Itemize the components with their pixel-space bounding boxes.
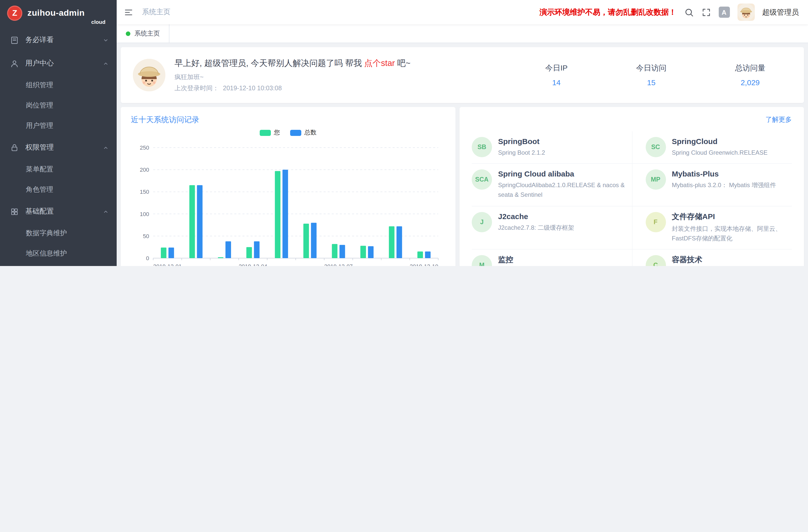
feature-title: Mybatis-Plus [672,169,776,178]
last-login-time: 2019-12-10 10:03:08 [223,85,282,92]
greeting-signature: 疯狂加班~ [175,73,410,81]
greeting-text: 早上好, 超级管理员, 今天帮别人解决问题了吗 帮我 点个star 吧~ 疯狂加… [175,58,410,93]
legend-swatch [260,130,271,136]
bar[interactable] [311,223,316,258]
bar[interactable] [282,170,288,258]
logo-icon: Z [7,5,22,21]
current-user-name[interactable]: 超级管理员 [762,7,799,17]
bar[interactable] [218,257,223,258]
sidebar-subitem[interactable]: 角色管理 [0,180,117,200]
collapse-menu-icon[interactable] [124,7,133,17]
stat-value: 14 [545,78,568,87]
bar[interactable] [339,245,345,258]
svg-text:150: 150 [140,189,149,195]
bar[interactable] [361,246,366,258]
feature-title: J2cache [498,212,574,220]
feature-desc: J2cache2.7.8: 二级缓存框架 [498,223,574,233]
svg-text:2019-12-10: 2019-12-10 [410,263,439,266]
legend-item[interactable]: 您 [260,128,280,137]
last-login: 上次登录时间：2019-12-10 10:03:08 [175,84,410,93]
sidebar-subitem[interactable]: 菜单配置 [0,159,117,180]
sidebar: Z zuihou-admin cloud 务必详看用户中心组织管理岗位管理用户管… [0,0,117,266]
sidebar-item[interactable]: 务必详看 [0,29,117,52]
chevron-down-icon [103,37,109,43]
breadcrumb[interactable]: 系统主页 [142,7,170,17]
visits-bar-chart[interactable]: 0501001502002502019-12-012019-12-042019-… [130,137,445,266]
bar-chart-legend: 您总数 [121,128,456,137]
learn-more-link[interactable]: 了解更多 [766,115,792,124]
bar-chart-title: 近十天系统访问记录 [131,115,445,125]
feature-desc: SpringCloudAlibaba2.1.0.RELEASE & nacos … [498,181,626,200]
tech-stack-card: 了解更多 SBSpringBootSpring Boot 2.1.2SCSpri… [460,107,804,266]
star-link[interactable]: 点个star [364,58,395,67]
stat-value: 2,029 [735,78,766,87]
top-header: 系统主页 演示环境维护不易，请勿乱删乱改数据！ A 超级管理员 [117,0,808,24]
feature-item: MPMybatis-PlusMybatis-plus 3.2.0： Mybati… [632,164,792,206]
feature-badge: F [645,212,666,232]
user-avatar[interactable] [737,3,754,21]
bar[interactable] [368,246,373,258]
bar[interactable] [161,247,166,258]
svg-text:50: 50 [143,233,149,239]
feature-desc: Spring Cloud Greenwich.RELEASE [672,148,768,158]
chevron-up-icon [103,61,109,66]
feature-badge: M [472,255,492,266]
feature-title: SpringBoot [498,137,545,146]
sidebar-item-label: 基础配置 [25,207,103,216]
sidebar-item-label: 权限管理 [25,143,103,152]
sidebar-item[interactable]: 权限管理 [0,136,117,159]
tab-home[interactable]: 系统主页 [117,24,169,42]
tab-label: 系统主页 [134,29,160,38]
feature-badge: SC [645,137,666,157]
search-icon[interactable] [684,7,694,17]
stat-label: 今日访问 [636,63,666,73]
middle-row: 近十天系统访问记录 您总数 0501001502002502019-12-012… [121,107,804,266]
sidebar-subitem[interactable]: 用户管理 [0,116,117,136]
bar[interactable] [425,252,430,258]
font-size-icon[interactable]: A [718,6,730,18]
sidebar-subitem[interactable]: 岗位管理 [0,95,117,116]
feature-badge: SB [472,137,492,157]
bar[interactable] [418,252,423,258]
greeting-avatar [133,59,165,91]
sidebar-item[interactable]: 基础配置 [0,200,117,223]
fullscreen-icon[interactable] [701,7,711,17]
grid-icon [10,207,19,216]
legend-item[interactable]: 总数 [290,128,316,137]
bar[interactable] [389,226,394,258]
greeting-message-suffix: 吧~ [395,58,410,67]
bar[interactable] [332,244,337,258]
feature-item: C容器技术虚拟化容器技术，让迁移、部署更加方便快捷 [632,250,792,266]
bar[interactable] [246,247,252,258]
bar[interactable] [397,226,402,258]
feature-desc: Spring Boot 2.1.2 [498,148,545,158]
sidebar-item[interactable]: 用户中心 [0,52,117,75]
sidebar-item[interactable]: 开发者管理 [0,264,117,266]
feature-desc: 封装文件接口，实现本地存储、阿里云、FastDFS存储的配置化 [672,224,786,243]
bar[interactable] [168,247,174,258]
feature-title: SpringCloud [672,137,768,146]
bar[interactable] [275,171,280,258]
sidebar-subitem[interactable]: 数据字典维护 [0,223,117,243]
page-content: 早上好, 超级管理员, 今天帮别人解决问题了吗 帮我 点个star 吧~ 疯狂加… [117,43,808,266]
sidebar-menu: 务必详看用户中心组织管理岗位管理用户管理权限管理菜单配置角色管理基础配置数据字典… [0,26,117,266]
bar[interactable] [225,241,231,258]
stat-label: 总访问量 [735,63,766,73]
feature-desc: Mybatis-plus 3.2.0： Mybatis 增强组件 [672,181,776,190]
sidebar-subitem[interactable]: 组织管理 [0,75,117,95]
svg-text:2019-12-01: 2019-12-01 [153,263,182,266]
bar[interactable] [197,185,203,258]
stat-total-visits: 总访问量 2,029 [735,63,766,87]
visits-bar-chart-card: 近十天系统访问记录 您总数 0501001502002502019-12-012… [121,107,456,266]
svg-text:2019-12-04: 2019-12-04 [239,263,267,266]
bar[interactable] [303,224,309,258]
chevron-up-icon [103,209,109,214]
feature-badge: SCA [472,169,492,190]
book-icon [10,36,19,44]
bar[interactable] [254,241,259,258]
greeting-card: 早上好, 超级管理员, 今天帮别人解决问题了吗 帮我 点个star 吧~ 疯狂加… [121,47,804,103]
app-logo[interactable]: Z zuihou-admin cloud [0,0,117,26]
bar[interactable] [189,185,195,258]
sidebar-subitem[interactable]: 地区信息维护 [0,243,117,264]
feature-item: JJ2cacheJ2cache2.7.8: 二级缓存框架 [472,206,632,250]
